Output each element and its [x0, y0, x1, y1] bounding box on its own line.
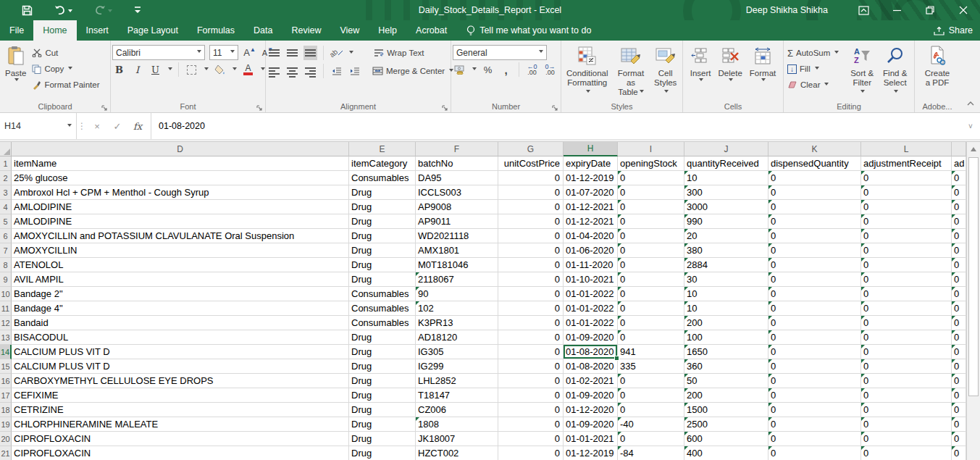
- cell-M13[interactable]: 0: [952, 330, 966, 345]
- cell-G16[interactable]: 0: [498, 374, 564, 388]
- share-button[interactable]: Share: [934, 20, 973, 41]
- cell-E20[interactable]: Drug: [349, 432, 416, 446]
- tab-help[interactable]: Help: [369, 20, 406, 41]
- cell-M5[interactable]: 0: [952, 214, 966, 229]
- cell-G6[interactable]: 0: [498, 229, 564, 243]
- cell-J19[interactable]: 2500: [684, 417, 768, 432]
- decrease-decimal-button[interactable]: 0→.00: [543, 62, 557, 77]
- cell-D4[interactable]: AMLODIPINE: [12, 200, 349, 214]
- cell-M18[interactable]: 0: [952, 403, 966, 417]
- cell-G20[interactable]: 0: [498, 432, 564, 446]
- row-header-20[interactable]: 20: [0, 432, 12, 446]
- number-dialog-launcher[interactable]: [552, 105, 558, 111]
- cell-J20[interactable]: 600: [684, 432, 768, 446]
- borders-dropdown-arrow[interactable]: [204, 67, 209, 72]
- cell-I13[interactable]: 0: [618, 330, 684, 345]
- cell-M6[interactable]: 0: [952, 229, 966, 243]
- cell-M8[interactable]: 0: [952, 258, 966, 272]
- cell-K6[interactable]: 0: [768, 229, 861, 243]
- cell-L2[interactable]: 0: [861, 171, 952, 185]
- tab-data[interactable]: Data: [244, 20, 282, 41]
- bottom-align-button[interactable]: [303, 46, 317, 60]
- format-painter-button[interactable]: Format Painter: [30, 77, 101, 93]
- cell-K3[interactable]: 0: [768, 185, 861, 200]
- cell-styles-button[interactable]: Cell Styles: [650, 42, 681, 100]
- cell-D18[interactable]: CETRIZINE: [12, 403, 349, 417]
- column-header-F[interactable]: F: [416, 142, 498, 156]
- cell-D7[interactable]: AMOXYCILLIN: [12, 243, 349, 258]
- cell-M12[interactable]: 0: [952, 316, 966, 330]
- redo-button[interactable]: [94, 5, 112, 15]
- cell-H12[interactable]: 01-01-2022: [564, 316, 618, 330]
- delete-dropdown-arrow[interactable]: [729, 78, 733, 83]
- cell-I21[interactable]: -84: [618, 446, 684, 460]
- clear-button[interactable]: Clear: [785, 77, 847, 93]
- cell-I10[interactable]: 0: [618, 287, 684, 301]
- formula-bar-handle[interactable]: ⋮: [77, 113, 87, 139]
- number-format-combo[interactable]: General: [453, 45, 547, 60]
- cell-E14[interactable]: Drug: [349, 345, 416, 359]
- cell-I15[interactable]: 335: [618, 359, 684, 374]
- redo-dropdown-arrow[interactable]: [108, 9, 112, 14]
- sort-filter-button[interactable]: AZ Sort & Filter: [847, 42, 877, 100]
- cell-H4[interactable]: 01-12-2021: [564, 200, 618, 214]
- cell-K18[interactable]: 0: [768, 403, 861, 417]
- row-header-21[interactable]: 21: [0, 446, 12, 460]
- cell-H16[interactable]: 01-02-2021: [564, 374, 618, 388]
- cell-J2[interactable]: 10: [684, 171, 768, 185]
- cell-H10[interactable]: 01-01-2022: [564, 287, 618, 301]
- cell-E17[interactable]: Drug: [349, 388, 416, 403]
- row-header-18[interactable]: 18: [0, 403, 12, 417]
- borders-button[interactable]: [185, 62, 198, 77]
- align-right-button[interactable]: [303, 64, 317, 78]
- cell-L4[interactable]: 0: [861, 200, 952, 214]
- collapse-ribbon-button[interactable]: [967, 96, 974, 109]
- copy-dropdown-arrow[interactable]: [68, 67, 72, 72]
- cell-D14[interactable]: CALCIUM PLUS VIT D: [12, 345, 349, 359]
- cell-D3[interactable]: Ambroxol Hcl + CPM + Menthol - Cough Syr…: [12, 185, 349, 200]
- expand-formula-bar-button[interactable]: ˅: [961, 113, 980, 139]
- align-left-button[interactable]: [267, 64, 281, 78]
- cell-I8[interactable]: 0: [618, 258, 684, 272]
- tell-me-box[interactable]: Tell me what you want to do: [466, 20, 591, 41]
- cell-E6[interactable]: Drug: [349, 229, 416, 243]
- cell-D1[interactable]: itemName: [12, 156, 349, 171]
- cell-H7[interactable]: 01-06-2020: [564, 243, 618, 258]
- cell-J9[interactable]: 30: [684, 272, 768, 287]
- autosum-button[interactable]: Σ AutoSum: [785, 45, 847, 61]
- column-header-L[interactable]: L: [861, 142, 952, 156]
- cell-M2[interactable]: 0: [952, 171, 966, 185]
- save-button[interactable]: [22, 5, 33, 16]
- font-size-combo[interactable]: 11: [209, 45, 238, 60]
- row-header-17[interactable]: 17: [0, 388, 12, 403]
- align-center-button[interactable]: [285, 64, 299, 78]
- cell-L18[interactable]: 0: [861, 403, 952, 417]
- paste-button[interactable]: Paste: [1, 42, 30, 100]
- cell-J1[interactable]: quantityReceived: [684, 156, 768, 171]
- column-header-I[interactable]: I: [618, 142, 684, 156]
- insert-cells-button[interactable]: Insert: [687, 42, 715, 100]
- undo-button[interactable]: [54, 5, 72, 15]
- cell-L13[interactable]: 0: [861, 330, 952, 345]
- cell-G17[interactable]: 0: [498, 388, 564, 403]
- cell-I6[interactable]: 0: [618, 229, 684, 243]
- cell-E1[interactable]: itemCategory: [349, 156, 416, 171]
- cell-I20[interactable]: 0: [618, 432, 684, 446]
- cell-F19[interactable]: 1808: [416, 417, 498, 432]
- cell-J18[interactable]: 1500: [684, 403, 768, 417]
- copy-button[interactable]: Copy: [30, 61, 101, 77]
- cell-E8[interactable]: Drug: [349, 258, 416, 272]
- middle-align-button[interactable]: [285, 46, 299, 60]
- wrap-text-button[interactable]: Wrap Text: [372, 45, 426, 61]
- cell-D21[interactable]: CIPROFLOXACIN: [12, 446, 349, 460]
- cell-G9[interactable]: 0: [498, 272, 564, 287]
- cell-K12[interactable]: 0: [768, 316, 861, 330]
- cell-L5[interactable]: 0: [861, 214, 952, 229]
- cell-H3[interactable]: 01-07-2020: [564, 185, 618, 200]
- cell-F20[interactable]: JK18007: [416, 432, 498, 446]
- cell-E18[interactable]: Drug: [349, 403, 416, 417]
- bold-button[interactable]: B: [112, 62, 126, 77]
- cell-M10[interactable]: 0: [952, 287, 966, 301]
- format-cells-button[interactable]: Format: [746, 42, 779, 100]
- cell-J8[interactable]: 2884: [684, 258, 768, 272]
